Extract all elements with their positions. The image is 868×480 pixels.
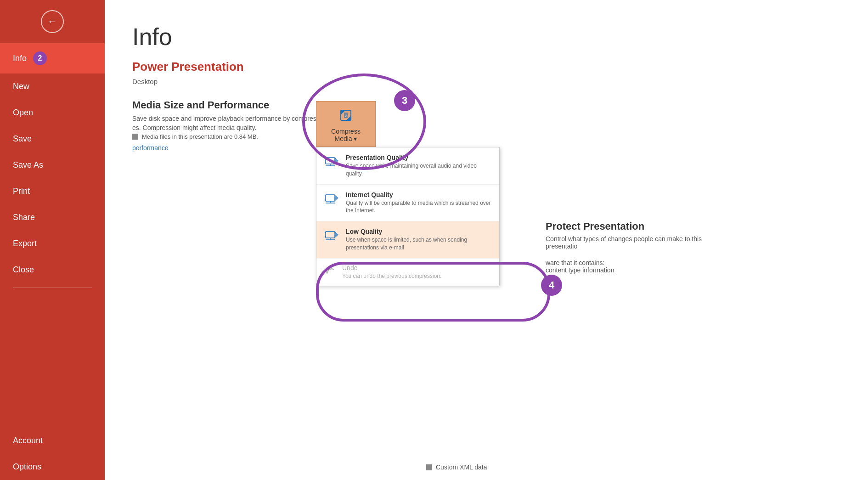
sidebar-divider	[13, 288, 92, 288]
main-content: Info Power Presentation Desktop Media Si…	[105, 0, 868, 480]
protect-partial: Protect Presentation Control what types …	[546, 220, 729, 274]
sidebar-item-export-label: Export	[13, 239, 37, 248]
low-quality-icon	[324, 228, 340, 244]
info-badge: 2	[33, 51, 47, 65]
xml-data-row: Custom XML data	[426, 463, 487, 471]
compress-media-button[interactable]: ♪ CompressMedia ▾	[316, 101, 376, 147]
compress-media-icon: ♪	[336, 106, 355, 125]
sidebar-item-account[interactable]: Account	[0, 428, 105, 454]
presentation-quality-title: Presentation Quality	[346, 154, 492, 161]
dropdown-item-low-quality[interactable]: Low Quality Use when space is limited, s…	[316, 221, 499, 259]
sidebar: ← Info 2 New Open Save Save As Print Sha…	[0, 0, 105, 480]
back-button[interactable]: ←	[0, 0, 105, 43]
sidebar-item-export[interactable]: Export	[0, 231, 105, 257]
sidebar-item-save-as-label: Save As	[13, 160, 43, 170]
page-title: Info	[132, 23, 840, 51]
compress-button-label: CompressMedia ▾	[331, 128, 361, 142]
compat-link[interactable]: performance	[132, 144, 169, 152]
internet-quality-icon	[324, 191, 340, 208]
back-arrow-icon: ←	[47, 16, 57, 28]
sidebar-item-options[interactable]: Options	[0, 454, 105, 480]
presentation-quality-desc: Save space while maintaining overall aud…	[346, 162, 492, 178]
dropdown-item-internet-quality[interactable]: Internet Quality Quality will be compara…	[316, 185, 499, 222]
protect-list2: content type information	[546, 266, 729, 274]
presentation-quality-icon	[324, 154, 340, 170]
sidebar-item-open[interactable]: Open	[0, 100, 105, 126]
sidebar-item-close[interactable]: Close	[0, 257, 105, 283]
xml-data-label: Custom XML data	[436, 463, 487, 471]
undo-title: Undo	[342, 264, 492, 271]
compress-media-container: ♪ CompressMedia ▾	[316, 101, 376, 147]
undo-desc: You can undo the previous compression.	[342, 272, 492, 280]
sidebar-item-save[interactable]: Save	[0, 126, 105, 152]
sidebar-item-print-label: Print	[13, 186, 30, 196]
media-section-desc2: es. Compression might affect media quali…	[132, 124, 840, 131]
internet-quality-title: Internet Quality	[346, 191, 492, 198]
svg-rect-19	[326, 232, 335, 238]
sidebar-item-save-as[interactable]: Save As	[0, 152, 105, 178]
sidebar-item-new-label: New	[13, 82, 29, 91]
sidebar-item-print[interactable]: Print	[0, 178, 105, 204]
svg-rect-5	[326, 158, 335, 164]
file-path: Desktop	[132, 78, 840, 85]
sidebar-nav: Info 2 New Open Save Save As Print Share…	[0, 43, 105, 480]
svg-marker-14	[335, 195, 338, 201]
checkbox-icon	[132, 134, 138, 140]
sidebar-item-open-label: Open	[13, 108, 33, 118]
dropdown-undo: Undo You can undo the previous compressi…	[316, 259, 499, 286]
svg-text:♪: ♪	[345, 113, 347, 118]
sidebar-item-info-label: Info	[13, 54, 27, 63]
compress-dropdown-menu: Presentation Quality Save space while ma…	[316, 147, 500, 286]
sidebar-item-info[interactable]: Info 2	[0, 43, 105, 73]
internet-quality-desc: Quality will be comparable to media whic…	[346, 199, 492, 215]
undo-icon	[324, 264, 337, 280]
back-circle: ←	[41, 10, 64, 33]
sidebar-bottom: Account Options	[0, 428, 105, 480]
media-section-title: Media Size and Performance	[132, 99, 840, 111]
sidebar-item-share[interactable]: Share	[0, 204, 105, 231]
sidebar-item-account-label: Account	[13, 436, 43, 446]
sidebar-item-save-label: Save	[13, 134, 32, 144]
step-4-badge: 4	[541, 275, 562, 296]
low-quality-title: Low Quality	[346, 228, 492, 235]
sidebar-item-share-label: Share	[13, 213, 35, 222]
media-section-desc1: Save disk space and improve playback per…	[132, 115, 840, 122]
media-size-note: Media files in this presentation are 0.8…	[132, 133, 840, 140]
svg-rect-13	[326, 195, 335, 201]
protect-desc: Control what types of changes people can…	[546, 235, 729, 250]
low-quality-desc: Use when space is limited, such as when …	[346, 236, 492, 252]
file-title: Power Presentation	[132, 60, 840, 74]
protect-list1: ware that it contains:	[546, 259, 729, 266]
protect-section-title: Protect Presentation	[546, 220, 729, 232]
sidebar-item-options-label: Options	[13, 462, 41, 472]
step-3-badge: 3	[394, 90, 415, 111]
sidebar-item-close-label: Close	[13, 265, 34, 275]
sidebar-item-new[interactable]: New	[0, 73, 105, 100]
xml-checkbox-icon	[426, 464, 432, 470]
dropdown-item-presentation-quality[interactable]: Presentation Quality Save space while ma…	[316, 147, 499, 185]
